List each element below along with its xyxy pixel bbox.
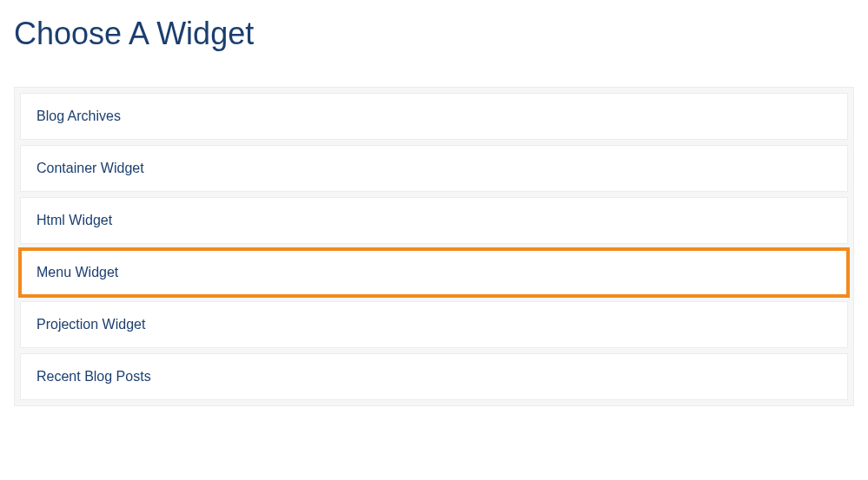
widget-item-container-widget[interactable]: Container Widget bbox=[20, 145, 848, 192]
widget-item-menu-widget[interactable]: Menu Widget bbox=[20, 249, 848, 296]
widget-item-blog-archives[interactable]: Blog Archives bbox=[20, 93, 848, 140]
widget-item-html-widget[interactable]: Html Widget bbox=[20, 197, 848, 244]
widget-item-projection-widget[interactable]: Projection Widget bbox=[20, 301, 848, 348]
widget-list: Blog Archives Container Widget Html Widg… bbox=[14, 87, 854, 406]
page-title: Choose A Widget bbox=[14, 0, 854, 52]
widget-item-recent-blog-posts[interactable]: Recent Blog Posts bbox=[20, 353, 848, 400]
